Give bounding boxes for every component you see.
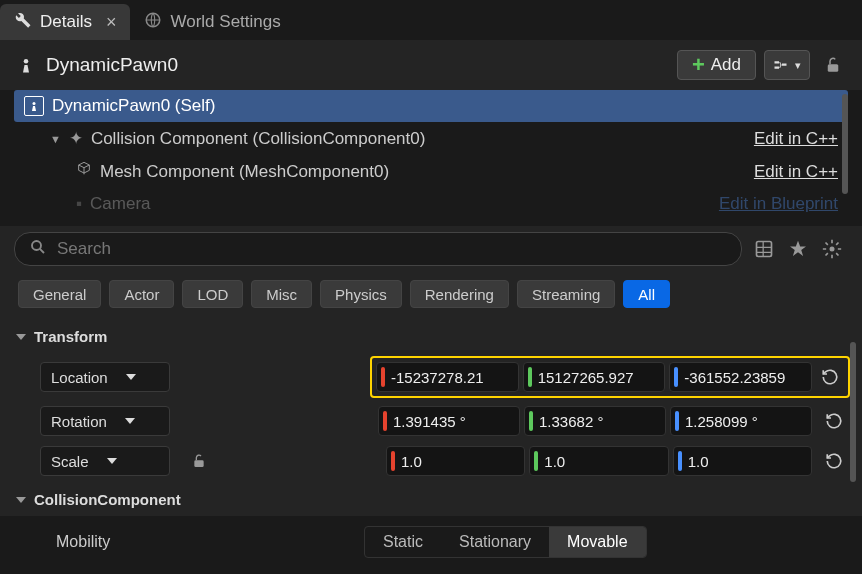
tree-camera[interactable]: ▪ Camera Edit in Blueprint — [14, 188, 848, 216]
svg-rect-3 — [774, 67, 779, 69]
chevron-down-icon — [125, 418, 135, 424]
location-label: Location — [51, 369, 108, 386]
rotation-row: Rotation 1.391435 ° 1.33682 ° 1.258099 ° — [0, 401, 862, 441]
title-bar: DynamicPawn0 + Add ▾ — [0, 40, 862, 90]
mobility-label: Mobility — [56, 533, 356, 551]
svg-point-1 — [24, 59, 29, 64]
filter-general[interactable]: General — [18, 280, 101, 308]
scale-dropdown[interactable]: Scale — [40, 446, 170, 476]
filter-streaming[interactable]: Streaming — [517, 280, 615, 308]
section-transform[interactable]: Transform — [0, 318, 862, 353]
chevron-down-icon — [107, 458, 117, 464]
caret-down-icon[interactable]: ▼ — [50, 133, 61, 145]
scale-lock-icon[interactable] — [184, 446, 214, 476]
edit-link[interactable]: Edit in Blueprint — [719, 194, 838, 214]
svg-rect-5 — [828, 64, 839, 72]
mobility-stationary[interactable]: Stationary — [441, 527, 549, 557]
svg-point-6 — [33, 102, 36, 105]
location-y-input[interactable]: 15127265.927 — [523, 362, 666, 392]
tree-mesh-component[interactable]: Mesh Component (MeshComponent0) Edit in … — [14, 155, 848, 188]
scale-row: Scale 1.0 1.0 1.0 — [0, 441, 862, 481]
gear-icon[interactable] — [820, 237, 844, 261]
tree-label: Mesh Component (MeshComponent0) — [100, 162, 389, 182]
location-highlight: -15237278.21 15127265.927 -361552.23859 — [370, 356, 850, 398]
plus-icon: + — [692, 54, 705, 76]
filter-rendering[interactable]: Rendering — [410, 280, 509, 308]
chevron-down-icon — [126, 374, 136, 380]
tab-label: World Settings — [170, 12, 280, 32]
tab-world-settings[interactable]: World Settings — [130, 4, 294, 40]
svg-rect-8 — [757, 242, 772, 257]
scale-x-input[interactable]: 1.0 — [386, 446, 525, 476]
svg-rect-10 — [194, 460, 203, 467]
location-dropdown[interactable]: Location — [40, 362, 170, 392]
location-x-input[interactable]: -15237278.21 — [376, 362, 519, 392]
tree-label: DynamicPawn0 (Self) — [52, 96, 215, 116]
tree-label: Collision Component (CollisionComponent0… — [91, 129, 426, 149]
filter-row: General Actor LOD Misc Physics Rendering… — [0, 276, 862, 318]
filter-actor[interactable]: Actor — [109, 280, 174, 308]
rotation-y-input[interactable]: 1.33682 ° — [524, 406, 666, 436]
star-icon[interactable] — [786, 237, 810, 261]
reset-rotation-button[interactable] — [820, 407, 848, 435]
tab-bar: Details × World Settings — [0, 0, 862, 40]
svg-point-7 — [32, 241, 41, 250]
rotation-z-input[interactable]: 1.258099 ° — [670, 406, 812, 436]
caret-down-icon — [16, 334, 26, 340]
section-title: Transform — [34, 328, 107, 345]
scale-z-input[interactable]: 1.0 — [673, 446, 812, 476]
globe-icon — [144, 11, 162, 34]
section-collision[interactable]: CollisionComponent — [0, 481, 862, 516]
close-icon[interactable]: × — [106, 12, 117, 33]
section-title: CollisionComponent — [34, 491, 181, 508]
edit-link[interactable]: Edit in C++ — [754, 129, 838, 149]
search-icon — [29, 238, 47, 260]
main-scrollbar[interactable] — [850, 342, 856, 482]
mobility-options: Static Stationary Movable — [364, 526, 647, 558]
rotation-label: Rotation — [51, 413, 107, 430]
scale-y-input[interactable]: 1.0 — [529, 446, 668, 476]
edit-link[interactable]: Edit in C++ — [754, 162, 838, 182]
search-input[interactable] — [57, 239, 727, 259]
rotation-x-input[interactable]: 1.391435 ° — [378, 406, 520, 436]
blueprint-dropdown-button[interactable]: ▾ — [764, 50, 810, 80]
add-label: Add — [711, 55, 741, 75]
sparkle-icon: ✦ — [69, 128, 83, 149]
tab-details[interactable]: Details × — [0, 4, 130, 40]
mobility-static[interactable]: Static — [365, 527, 441, 557]
filter-all[interactable]: All — [623, 280, 670, 308]
svg-point-9 — [830, 247, 835, 252]
svg-rect-2 — [774, 61, 779, 63]
component-tree: DynamicPawn0 (Self) ▼ ✦ Collision Compon… — [14, 90, 848, 216]
wrench-icon — [14, 11, 32, 34]
tab-label: Details — [40, 12, 92, 32]
filter-lod[interactable]: LOD — [182, 280, 243, 308]
scale-label: Scale — [51, 453, 89, 470]
tree-collision-component[interactable]: ▼ ✦ Collision Component (CollisionCompon… — [14, 122, 848, 155]
filter-misc[interactable]: Misc — [251, 280, 312, 308]
search-box[interactable] — [14, 232, 742, 266]
mobility-movable[interactable]: Movable — [549, 527, 645, 557]
reset-scale-button[interactable] — [820, 447, 848, 475]
tree-label: Camera — [90, 194, 150, 214]
search-row — [0, 226, 862, 276]
actor-name[interactable]: DynamicPawn0 — [46, 54, 669, 76]
add-button[interactable]: + Add — [677, 50, 756, 80]
mobility-row: Mobility Static Stationary Movable — [0, 516, 862, 568]
location-z-input[interactable]: -361552.23859 — [669, 362, 812, 392]
tree-scrollbar[interactable] — [842, 94, 848, 194]
reset-location-button[interactable] — [816, 363, 844, 391]
grid-icon[interactable] — [752, 237, 776, 261]
caret-down-icon — [16, 497, 26, 503]
rotation-dropdown[interactable]: Rotation — [40, 406, 170, 436]
pawn-icon — [14, 53, 38, 77]
camera-icon: ▪ — [76, 194, 82, 214]
tree-root-self[interactable]: DynamicPawn0 (Self) — [14, 90, 848, 122]
lock-icon[interactable] — [818, 50, 848, 80]
svg-rect-4 — [782, 64, 787, 66]
pawn-icon — [24, 96, 44, 116]
mesh-icon — [76, 161, 92, 182]
filter-physics[interactable]: Physics — [320, 280, 402, 308]
